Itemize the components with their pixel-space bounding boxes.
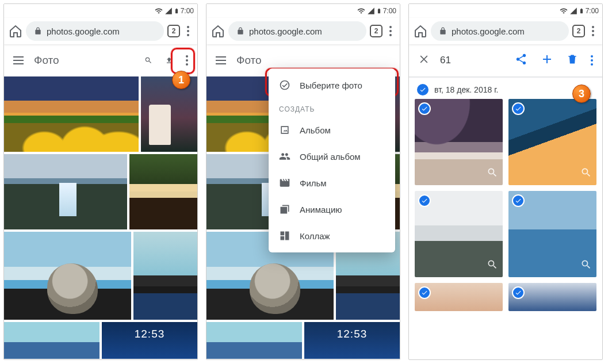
share-icon[interactable]	[512, 51, 530, 70]
check-icon	[418, 194, 431, 207]
wifi-icon	[559, 7, 568, 15]
add-icon[interactable]	[538, 50, 556, 71]
phone-step-3: 7:00 photos.google.com 2 61 вт, 18 дек. …	[408, 3, 603, 360]
signal-icon	[569, 7, 577, 15]
menu-album[interactable]: Альбом	[269, 117, 395, 143]
url-pill[interactable]: photos.google.com	[26, 21, 164, 41]
sel-photo-mountains-night[interactable]	[415, 99, 503, 185]
magnify-icon[interactable]	[580, 167, 592, 181]
status-bar: 7:00	[4, 4, 197, 18]
menu-shared-album[interactable]: Общий альбом	[269, 143, 395, 170]
tabs-button[interactable]: 2	[572, 25, 585, 37]
status-time: 7:00	[383, 7, 396, 15]
browser-menu-icon[interactable]	[183, 24, 193, 39]
magnify-icon[interactable]	[580, 259, 592, 273]
url-text: photos.google.com	[452, 26, 525, 36]
collage-icon	[279, 230, 290, 242]
upload-icon[interactable]	[163, 54, 175, 67]
home-icon[interactable]	[414, 24, 427, 38]
date-text: вт, 18 дек. 2018 г.	[434, 85, 498, 94]
phone-step-1: 7:00 photos.google.com 2 Фото 1	[3, 3, 198, 360]
sel-photo-horizon[interactable]	[508, 283, 596, 311]
menu-animation[interactable]: Анимацию	[269, 196, 395, 223]
search-icon[interactable]	[142, 54, 155, 67]
url-pill[interactable]: photos.google.com	[431, 21, 569, 41]
step-badge-1: 1	[172, 71, 190, 89]
album-icon	[279, 124, 290, 136]
page-title: Фото	[236, 54, 393, 67]
browser-url-bar: photos.google.com 2	[206, 18, 400, 44]
url-text: photos.google.com	[249, 26, 322, 36]
photo-waterfall-tall[interactable]	[129, 154, 197, 229]
close-icon[interactable]	[416, 51, 432, 70]
menu-collage[interactable]: Коллаж	[269, 223, 395, 249]
wifi-icon	[357, 7, 366, 15]
signal-icon	[165, 7, 173, 15]
sel-photo-desert[interactable]	[415, 283, 503, 311]
trash-icon[interactable]	[564, 51, 580, 70]
date-check-icon	[417, 84, 429, 95]
status-time: 7:00	[586, 7, 599, 15]
photo-beach[interactable]	[206, 322, 302, 359]
page-title: Фото	[34, 54, 134, 67]
check-icon	[512, 194, 525, 207]
battery-icon	[174, 6, 179, 16]
photo-sunflower-field[interactable]	[4, 76, 139, 152]
home-icon[interactable]	[9, 24, 22, 38]
tabs-button[interactable]: 2	[370, 25, 382, 37]
photo-waterfall-wide[interactable]	[4, 154, 127, 229]
lock-icon	[439, 26, 447, 36]
sel-photo-forest-fog[interactable]	[415, 191, 503, 277]
check-circle-icon	[279, 79, 290, 91]
selection-count: 61	[440, 55, 504, 66]
lock-icon	[236, 26, 244, 36]
magnify-icon[interactable]	[487, 259, 498, 273]
url-text: photos.google.com	[47, 26, 120, 36]
lock-icon	[34, 26, 42, 36]
app-more-icon[interactable]	[183, 53, 190, 68]
selection-grid	[409, 99, 602, 317]
tabs-button[interactable]: 2	[167, 25, 180, 37]
photo-hippo[interactable]	[4, 232, 131, 320]
selection-header: 61	[409, 44, 602, 76]
status-bar: 7:00	[409, 4, 602, 18]
selection-more-icon[interactable]	[588, 53, 595, 68]
hamburger-icon[interactable]	[213, 54, 228, 67]
photo-milky-way[interactable]	[133, 232, 197, 320]
browser-url-bar: photos.google.com 2	[409, 18, 602, 44]
status-time: 7:00	[181, 7, 194, 15]
photo-grid	[4, 76, 197, 359]
animation-icon	[279, 204, 290, 215]
signal-icon	[367, 7, 375, 15]
movie-icon	[279, 177, 290, 189]
photo-clock-wallpaper[interactable]	[102, 322, 197, 359]
browser-menu-icon[interactable]	[386, 24, 395, 39]
magnify-icon[interactable]	[487, 167, 498, 181]
step-badge-3: 3	[572, 85, 591, 103]
wifi-icon	[154, 7, 163, 15]
phone-step-2: 7:00 photos.google.com 2 Фото Выберите ф…	[206, 3, 400, 360]
photo-beach[interactable]	[4, 322, 100, 359]
check-icon	[418, 286, 431, 299]
check-icon	[512, 102, 525, 115]
check-icon	[512, 286, 525, 299]
home-icon[interactable]	[211, 24, 225, 38]
photo-lighthouse[interactable]	[141, 76, 197, 152]
browser-url-bar: photos.google.com 2	[4, 18, 197, 44]
url-pill[interactable]: photos.google.com	[228, 21, 366, 41]
check-icon	[418, 102, 431, 115]
sel-photo-blue-sky[interactable]	[508, 191, 596, 277]
battery-icon	[376, 6, 382, 16]
battery-icon	[579, 6, 584, 16]
status-bar: 7:00	[206, 4, 400, 18]
menu-select-photo[interactable]: Выберите фото	[269, 72, 395, 98]
menu-movie[interactable]: Фильм	[269, 170, 395, 196]
overflow-menu: Выберите фото СОЗДАТЬ Альбом Общий альбо…	[269, 68, 395, 252]
browser-menu-icon[interactable]	[588, 24, 598, 39]
hamburger-icon[interactable]	[11, 54, 26, 67]
photo-clock-wallpaper[interactable]	[304, 322, 400, 359]
app-header: Фото	[4, 44, 197, 76]
sel-photo-abstract-blue-orange[interactable]	[508, 99, 596, 185]
shared-album-icon	[279, 151, 290, 162]
menu-create-header: СОЗДАТЬ	[269, 98, 395, 117]
